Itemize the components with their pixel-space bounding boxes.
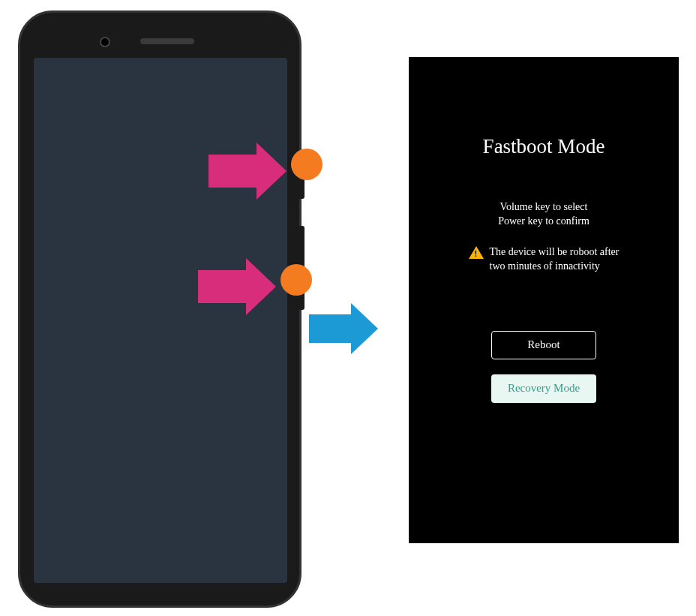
fastboot-title: Fastboot Mode (483, 135, 605, 158)
fastboot-warning: The device will be roboot after two minu… (469, 245, 620, 274)
phone-front-camera (100, 37, 110, 47)
fastboot-screen: Fastboot Mode Volume key to select Power… (409, 57, 679, 543)
reboot-button[interactable]: Reboot (491, 331, 596, 359)
transition-arrow-icon (309, 303, 378, 354)
warning-line: two minutes of innactivity (490, 260, 620, 274)
press-arrow-icon (208, 143, 286, 200)
fastboot-instructions: Volume key to select Power key to confir… (498, 200, 590, 229)
recovery-mode-button[interactable]: Recovery Mode (491, 374, 596, 403)
phone-speaker (140, 38, 194, 44)
instruction-line: Power key to confirm (498, 215, 590, 229)
press-arrow-icon (198, 258, 276, 315)
warning-line: The device will be roboot after (490, 245, 620, 260)
phone-screen-off (34, 58, 287, 583)
press-marker-icon (280, 264, 312, 296)
instruction-line: Volume key to select (498, 200, 590, 215)
warning-icon (469, 246, 484, 259)
warning-text: The device will be roboot after two minu… (490, 245, 620, 274)
press-marker-icon (291, 149, 322, 180)
